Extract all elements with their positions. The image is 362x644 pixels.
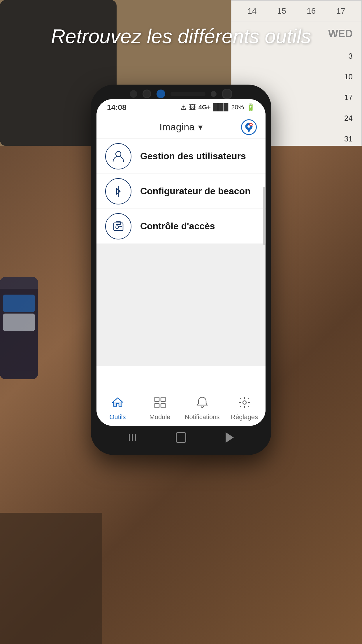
- phone-frame: 14:08 ⚠ 🖼 4G+ ▉▉▉ 20% 🔋 Imagina: [91, 85, 271, 455]
- nav-item-outils[interactable]: Outils: [96, 396, 139, 421]
- warning-icon: ⚠: [180, 103, 187, 111]
- battery-icon: 🔋: [246, 103, 255, 111]
- menu-item-configurateur-beacon[interactable]: Configurateur de beacon: [96, 174, 266, 209]
- status-icons: ⚠ 🖼 4G+ ▉▉▉ 20% 🔋: [180, 103, 255, 111]
- menu-item-gestion-utilisateurs[interactable]: Gestion des utilisateurs: [96, 139, 266, 174]
- back-button[interactable]: [222, 430, 237, 445]
- svg-rect-12: [161, 397, 165, 402]
- svg-point-4: [250, 124, 252, 125]
- nav-label-notifications: Notifications: [185, 413, 220, 421]
- network-indicator: 4G+: [198, 104, 211, 111]
- scroll-indicator: [263, 187, 265, 245]
- nav-label-reglages: Réglages: [231, 413, 258, 421]
- image-icon: 🖼: [189, 103, 196, 111]
- svg-marker-2: [247, 128, 251, 133]
- front-camera: [130, 90, 137, 98]
- bell-icon: [196, 396, 209, 412]
- battery-indicator: 20%: [231, 104, 244, 111]
- grid-icon: [154, 396, 166, 412]
- svg-rect-13: [155, 403, 159, 408]
- gear-icon: [238, 396, 251, 412]
- system-nav-bar: [91, 429, 271, 446]
- bluetooth-icon-circle: [105, 178, 131, 204]
- nav-item-reglages[interactable]: Réglages: [223, 396, 266, 421]
- home-button[interactable]: [174, 430, 188, 445]
- menu-list: Gestion des utilisateurs: [96, 139, 266, 391]
- recents-icon: [129, 434, 136, 441]
- chevron-down-icon[interactable]: ▾: [198, 122, 203, 132]
- signal-icon: ▉▉▉: [213, 103, 229, 111]
- recents-button[interactable]: [125, 430, 140, 445]
- phone-screen: 14:08 ⚠ 🖼 4G+ ▉▉▉ 20% 🔋 Imagina: [96, 99, 266, 426]
- status-bar: 14:08 ⚠ 🖼 4G+ ▉▉▉ 20% 🔋: [96, 99, 266, 116]
- app-title: Imagina: [159, 121, 195, 133]
- phone-top-hardware: [130, 89, 232, 99]
- svg-point-8: [116, 226, 119, 229]
- home-hardware-icon: [176, 432, 186, 443]
- app-logo: [241, 119, 257, 135]
- bg-phone-small: [0, 277, 38, 379]
- app-logo-button[interactable]: [241, 119, 257, 135]
- camera-front: [222, 89, 232, 99]
- status-time: 14:08: [107, 103, 126, 112]
- menu-item-label-controle: Contrôle d'accès: [140, 221, 215, 232]
- empty-content-area: [96, 244, 266, 366]
- svg-point-15: [243, 401, 246, 404]
- nav-label-outils: Outils: [109, 413, 126, 421]
- header-title-area[interactable]: Imagina ▾: [159, 121, 203, 133]
- nav-label-module: Module: [149, 413, 170, 421]
- nav-item-notifications[interactable]: Notifications: [181, 396, 223, 421]
- screen-content: Imagina ▾: [96, 116, 266, 426]
- speaker: [171, 92, 205, 96]
- svg-point-5: [116, 151, 121, 157]
- svg-rect-11: [155, 397, 159, 402]
- back-icon: [226, 432, 234, 443]
- bg-notebook: [0, 513, 102, 644]
- hero-text: Retrouvez les différents outils: [0, 23, 362, 49]
- sensor: [211, 91, 217, 97]
- menu-item-label-gestion: Gestion des utilisateurs: [140, 151, 246, 162]
- home-icon: [111, 396, 124, 412]
- menu-item-label-beacon: Configurateur de beacon: [140, 186, 251, 197]
- badge-icon-circle: [105, 213, 131, 239]
- person-icon-circle: [105, 143, 131, 169]
- earpiece-dot: [143, 90, 151, 98]
- nav-item-module[interactable]: Module: [139, 396, 181, 421]
- notification-led: [157, 90, 165, 98]
- app-header: Imagina ▾: [96, 116, 266, 139]
- bottom-navigation: Outils Module: [96, 391, 266, 426]
- menu-item-controle-acces[interactable]: Contrôle d'accès: [96, 209, 266, 244]
- svg-rect-14: [161, 403, 165, 408]
